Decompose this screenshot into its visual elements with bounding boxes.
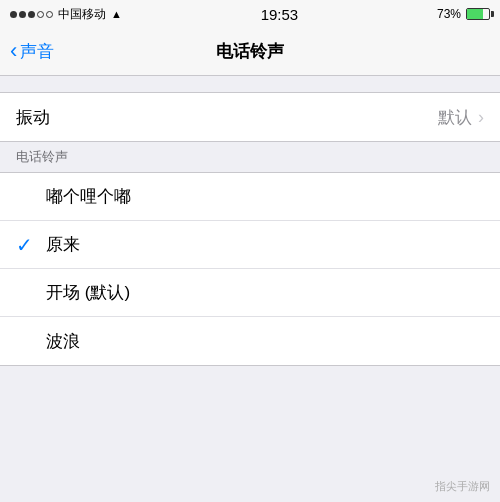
carrier-name: 中国移动 <box>58 6 106 23</box>
battery-percent: 73% <box>437 7 461 21</box>
ringtone-name: 波浪 <box>46 330 80 353</box>
nav-bar: ‹ 声音 电话铃声 <box>0 28 500 76</box>
back-button[interactable]: ‹ 声音 <box>10 40 54 64</box>
vibration-group: 振动 默认 › <box>0 92 500 142</box>
ringtone-row[interactable]: 波浪 <box>0 317 500 365</box>
status-bar: 中国移动 ▲ 19:53 73% <box>0 0 500 28</box>
checkmark-icon: ✓ <box>16 233 46 257</box>
ringtone-row[interactable]: 嘟个哩个嘟 <box>0 173 500 221</box>
status-left: 中国移动 ▲ <box>10 6 122 23</box>
ringtone-row[interactable]: 开场 (默认) <box>0 269 500 317</box>
ringtone-name: 原来 <box>46 233 80 256</box>
chevron-right-icon: › <box>478 107 484 128</box>
signal-icon <box>10 11 53 18</box>
ringtone-section-label: 电话铃声 <box>0 142 500 172</box>
back-chevron-icon: ‹ <box>10 38 17 64</box>
section-gap-top <box>0 76 500 92</box>
vibration-label: 振动 <box>16 106 438 129</box>
ringtone-name: 开场 (默认) <box>46 281 130 304</box>
wifi-icon: ▲ <box>111 8 122 20</box>
back-label: 声音 <box>20 40 54 63</box>
vibration-value: 默认 <box>438 106 472 129</box>
ringtone-name: 嘟个哩个嘟 <box>46 185 131 208</box>
ringtone-group: 嘟个哩个嘟✓原来开场 (默认)波浪 <box>0 172 500 366</box>
battery-fill <box>467 9 483 19</box>
page-title: 电话铃声 <box>216 40 284 63</box>
battery-icon <box>466 8 490 20</box>
ringtone-row[interactable]: ✓原来 <box>0 221 500 269</box>
status-time: 19:53 <box>261 6 299 23</box>
watermark: 指尖手游网 <box>435 479 490 494</box>
vibration-row[interactable]: 振动 默认 › <box>0 93 500 141</box>
status-right: 73% <box>437 7 490 21</box>
